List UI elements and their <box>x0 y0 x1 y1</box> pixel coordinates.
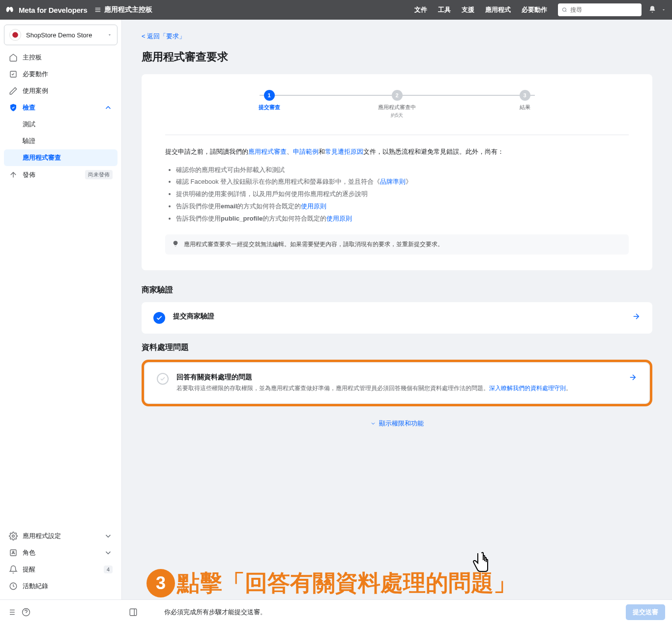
intro-text: 提交申請之前，請閱讀我們的應用程式審查、申請範例和常見遭拒原因文件，以熟悉流程和… <box>165 147 629 157</box>
bell-icon <box>648 5 656 13</box>
app-selector[interactable]: ShopStore Demo Store <box>4 25 117 45</box>
sidebar-item-settings[interactable]: 應用程式設定 <box>4 528 117 544</box>
checklist-icon <box>9 70 18 79</box>
sidebar-item-alerts[interactable]: 提醒 4 <box>4 561 117 578</box>
panel-business-verify[interactable]: 提交商家驗證 <box>142 302 652 334</box>
app-avatar <box>9 29 21 41</box>
search-box[interactable] <box>558 3 642 16</box>
account-menu[interactable] <box>661 6 666 14</box>
link-app-review[interactable]: 應用程式審查 <box>248 148 287 155</box>
svg-point-5 <box>12 32 18 38</box>
nav-apps[interactable]: 應用程式 <box>485 5 511 14</box>
highlight-box: 回答有關資料處理的問題 若要取得這些權限的存取權限，並為應用程式審查做好準備，應… <box>142 360 652 406</box>
sidebar-item-usecases[interactable]: 使用案例 <box>4 83 117 99</box>
menu-icon <box>94 6 101 13</box>
arrow-right-icon <box>628 373 637 382</box>
page-title: 應用程式審查要求 <box>142 50 652 64</box>
nav-actions[interactable]: 必要動作 <box>522 5 547 14</box>
caret-down-icon <box>661 7 666 12</box>
info-banner: 應用程式審查要求一經提交就無法編輯。如果需要變更內容，請取消現有的要求，並重新提… <box>165 234 629 255</box>
notifications-button[interactable] <box>648 5 656 15</box>
shield-check-icon <box>9 103 18 112</box>
main-content: < 返回「要求」 應用程式審查要求 1 提交審查 2 應用程式審查中 約5天 3… <box>122 20 672 599</box>
list-item: 確認 Facebook 登入按鈕顯示在你的應用程式和螢幕錄影中，並且符合《品牌準… <box>176 176 629 188</box>
sidebar-sub-test[interactable]: 測試 <box>4 116 117 133</box>
arrow-right-icon <box>632 312 641 321</box>
sidebar-sub-appreview[interactable]: 應用程式審查 <box>4 149 117 166</box>
search-icon <box>562 7 567 13</box>
nav-docs[interactable]: 文件 <box>414 5 427 14</box>
svg-line-4 <box>565 11 566 12</box>
lightbulb-icon <box>172 240 179 247</box>
sidebar-item-dashboard[interactable]: 主控板 <box>4 49 117 66</box>
sidebar-item-actions[interactable]: 必要動作 <box>4 66 117 83</box>
list-item: 提供明確的使用案例詳情，以及用戶如何使用你應用程式的逐步說明 <box>176 188 629 200</box>
nav-support[interactable]: 支援 <box>462 5 474 14</box>
app-logo-icon <box>12 31 19 38</box>
link-examples[interactable]: 申請範例 <box>293 148 319 155</box>
bell-icon <box>9 565 18 574</box>
sidebar: ShopStore Demo Store 主控板 必要動作 使用案例 檢查 測試… <box>0 20 122 599</box>
step-1: 1 提交審查 <box>245 90 294 111</box>
search-input[interactable] <box>570 6 638 13</box>
svg-point-7 <box>12 535 15 538</box>
list-item: 確認你的應用程式可由外部載入和測試 <box>176 164 629 176</box>
section-data-handling: 資料處理問題 <box>142 342 652 353</box>
sidebar-sub-verify[interactable]: 驗證 <box>4 133 117 149</box>
checklist: 確認你的應用程式可由外部載入和測試 確認 Facebook 登入按鈕顯示在你的應… <box>165 164 629 225</box>
caret-down-icon <box>107 32 112 37</box>
brand[interactable]: Meta for Developers <box>6 5 88 14</box>
chevron-down-icon <box>370 421 376 426</box>
check-pending-icon <box>157 373 169 385</box>
check-done-icon <box>153 312 165 324</box>
link-data-policy[interactable]: 深入瞭解我們的資料處理守則 <box>489 385 566 392</box>
step-3: 3 結果 <box>500 90 550 111</box>
chevron-down-icon <box>104 548 113 557</box>
sidebar-item-review[interactable]: 檢查 <box>4 99 117 116</box>
panel-data-handling[interactable]: 回答有關資料處理的問題 若要取得這些權限的存取權限，並為應用程式審查做好準備，應… <box>145 363 649 403</box>
list-item: 告訴我們你使用public_profile的方式如何符合既定的使用原則 <box>176 213 629 225</box>
cursor-annotation <box>471 551 492 579</box>
alerts-count: 4 <box>104 566 113 573</box>
home-icon <box>9 53 18 62</box>
link-rejections[interactable]: 常見遭拒原因 <box>325 148 363 155</box>
svg-point-9 <box>13 551 14 553</box>
instruction-annotation: 3 點擊「回答有關資料處理的問題」 <box>146 568 516 598</box>
upload-icon <box>9 170 18 179</box>
sidebar-item-activity[interactable]: 活動紀錄 <box>4 578 117 595</box>
section-business-verify: 商家驗證 <box>142 285 652 295</box>
expand-permissions[interactable]: 顯示權限和功能 <box>142 412 652 435</box>
publish-status-chip: 尚未發佈 <box>85 170 113 179</box>
check-icon <box>156 314 163 321</box>
top-nav: Meta for Developers 應用程式主控板 文件 工具 支援 應用程… <box>0 0 672 20</box>
console-title[interactable]: 應用程式主控板 <box>94 5 152 14</box>
stepper: 1 提交審查 2 應用程式審查中 約5天 3 結果 <box>245 90 550 119</box>
svg-point-3 <box>562 8 566 11</box>
step-2: 2 應用程式審查中 約5天 <box>373 90 422 119</box>
topnav-links: 文件 工具 支援 應用程式 必要動作 <box>414 5 547 14</box>
meta-icon <box>6 5 15 14</box>
list-item: 告訴我們你使用email的方式如何符合既定的使用原則 <box>176 200 629 213</box>
check-icon <box>160 376 166 382</box>
clock-icon <box>9 582 18 591</box>
nav-tools[interactable]: 工具 <box>438 5 451 14</box>
user-icon <box>9 548 18 557</box>
chevron-up-icon <box>104 103 113 112</box>
sidebar-item-roles[interactable]: 角色 <box>4 544 117 561</box>
back-link[interactable]: < 返回「要求」 <box>142 32 185 41</box>
gear-icon <box>9 532 18 540</box>
review-card: 1 提交審查 2 應用程式審查中 約5天 3 結果 提交申請之前，請閱讀我們的應… <box>142 74 652 270</box>
pencil-icon <box>9 86 18 95</box>
sidebar-item-publish[interactable]: 發佈 尚未發佈 <box>4 166 117 183</box>
chevron-down-icon <box>104 532 113 540</box>
